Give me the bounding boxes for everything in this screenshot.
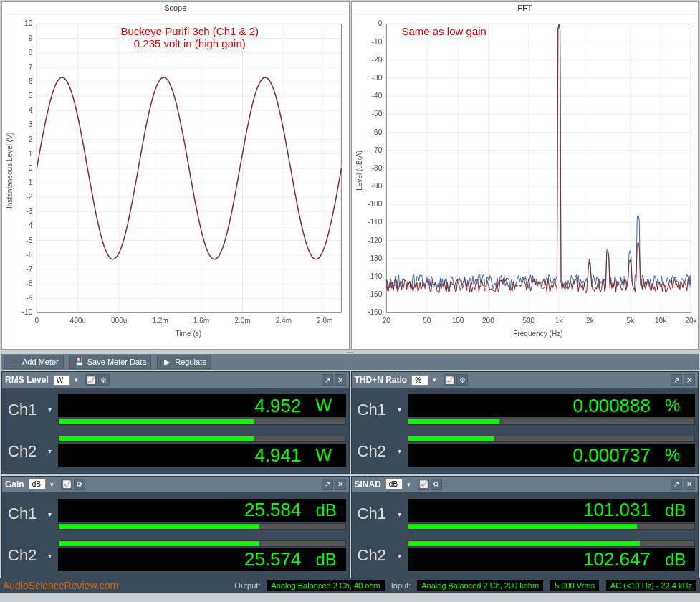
- chevron-down-icon[interactable]: ▾: [398, 406, 408, 414]
- svg-text:-120: -120: [368, 236, 383, 244]
- gain-meter: Gain dB▾ 📈⚙ ↗✕ Ch1▾ 25.584dB Ch2▾ 25.574…: [1, 476, 350, 579]
- input-status[interactable]: Analog Balanced 2 Ch, 200 kohm: [416, 580, 544, 591]
- svg-text:-10: -10: [22, 308, 33, 316]
- svg-text:200: 200: [481, 317, 494, 325]
- add-meter-button[interactable]: ➕Add Meter: [4, 355, 64, 369]
- vrms-status[interactable]: 5.000 Vrms: [550, 580, 600, 591]
- ac-status[interactable]: AC (<10 Hz) - 22.4 kHz: [605, 580, 697, 591]
- ch1-row: Ch1▾ 25.584dB: [5, 494, 346, 535]
- unit-selector[interactable]: %: [411, 375, 428, 386]
- chevron-down-icon[interactable]: ▾: [48, 552, 58, 560]
- regulate-button[interactable]: ▶Regulate: [157, 355, 211, 369]
- chevron-down-icon[interactable]: ▾: [398, 510, 408, 518]
- chart-icon[interactable]: 📈: [418, 479, 429, 490]
- svg-text:100: 100: [451, 317, 464, 325]
- svg-text:0: 0: [29, 164, 33, 172]
- svg-text:-20: -20: [371, 56, 382, 64]
- chevron-down-icon[interactable]: ▾: [50, 481, 54, 488]
- gear-icon[interactable]: ⚙: [98, 374, 110, 386]
- ch1-bar: [408, 419, 696, 425]
- chevron-down-icon[interactable]: ▾: [48, 447, 58, 455]
- chevron-down-icon[interactable]: ▾: [398, 552, 408, 560]
- chart-icon[interactable]: 📈: [444, 374, 455, 386]
- sinad-meter: SINAD dB▾ 📈⚙ ↗✕ Ch1▾ 101.031dB Ch2▾ 102.…: [351, 476, 699, 579]
- svg-text:3: 3: [29, 120, 33, 128]
- close-icon[interactable]: ✕: [684, 374, 695, 386]
- svg-text:Time (s): Time (s): [176, 330, 202, 338]
- gear-icon[interactable]: ⚙: [74, 479, 85, 490]
- chart-icon[interactable]: 📈: [85, 374, 97, 386]
- ch2-bar: [58, 540, 346, 547]
- rms-level-meter: RMS Level W▾ 📈⚙ ↗✕ Ch1▾ 4.952W Ch2▾ 4.94…: [1, 371, 350, 474]
- ch2-value: 25.574: [244, 548, 302, 570]
- svg-text:800u: 800u: [111, 317, 127, 325]
- ch1-bar: [408, 523, 696, 530]
- svg-text:2.0m: 2.0m: [234, 317, 250, 325]
- popout-icon[interactable]: ↗: [671, 479, 682, 490]
- save-icon: 💾: [75, 357, 85, 367]
- svg-text:2.8m: 2.8m: [317, 317, 332, 325]
- ch2-bar: [408, 436, 696, 442]
- close-icon[interactable]: ✕: [335, 479, 346, 490]
- fft-title: FFT: [352, 2, 699, 14]
- svg-text:1.2m: 1.2m: [152, 317, 168, 325]
- chevron-down-icon[interactable]: ▾: [398, 447, 408, 455]
- svg-text:1.6m: 1.6m: [193, 317, 209, 325]
- svg-text:-1: -1: [26, 178, 32, 186]
- svg-text:20: 20: [382, 317, 390, 325]
- site-label: AudioScienceReview.com: [3, 580, 118, 591]
- fft-plot[interactable]: 0-10-20-30-40-50-60-70-80-90-100-110-120…: [352, 14, 699, 347]
- svg-text:0: 0: [35, 317, 39, 325]
- svg-text:-70: -70: [371, 146, 382, 154]
- close-icon[interactable]: ✕: [335, 374, 346, 386]
- svg-text:-50: -50: [371, 110, 382, 118]
- popout-icon[interactable]: ↗: [322, 374, 333, 386]
- chevron-down-icon[interactable]: ▾: [433, 376, 436, 383]
- meter-name: SINAD: [355, 479, 381, 489]
- svg-text:-80: -80: [371, 164, 382, 172]
- chevron-down-icon[interactable]: ▾: [407, 481, 411, 488]
- svg-text:-60: -60: [371, 128, 382, 136]
- gear-icon[interactable]: ⚙: [456, 374, 468, 386]
- svg-text:Instantaneous Level (V): Instantaneous Level (V): [6, 133, 14, 209]
- popout-icon[interactable]: ↗: [671, 374, 682, 386]
- svg-text:2k: 2k: [586, 317, 595, 325]
- output-status[interactable]: Analog Balanced 2 Ch, 40 ohm: [266, 580, 385, 591]
- plus-icon: ➕: [9, 357, 19, 367]
- ch1-bar: [58, 523, 346, 530]
- svg-text:-150: -150: [368, 290, 383, 298]
- svg-text:-2: -2: [26, 193, 32, 201]
- svg-text:-5: -5: [26, 236, 32, 244]
- svg-text:-8: -8: [26, 280, 32, 287]
- gear-icon[interactable]: ⚙: [431, 479, 442, 490]
- meter-name: Gain: [5, 479, 24, 489]
- svg-text:-160: -160: [368, 308, 383, 316]
- chart-icon[interactable]: 📈: [61, 479, 72, 490]
- svg-text:-90: -90: [371, 182, 382, 190]
- scope-plot[interactable]: 109876543210-1-2-3-4-5-6-7-8-9-10 0400u8…: [2, 14, 349, 347]
- popout-icon[interactable]: ↗: [322, 479, 333, 490]
- ch2-row: Ch2▾ 0.000737%: [355, 431, 696, 472]
- status-bar: AudioScienceReview.com Output: Analog Ba…: [0, 578, 700, 593]
- chevron-down-icon[interactable]: ▾: [75, 376, 78, 383]
- ch1-row: Ch1▾ 4.952W: [5, 389, 346, 431]
- svg-text:10k: 10k: [655, 317, 667, 325]
- svg-text:1k: 1k: [555, 317, 563, 325]
- svg-text:6: 6: [29, 77, 33, 85]
- chevron-down-icon[interactable]: ▾: [48, 406, 58, 414]
- unit-selector[interactable]: W: [53, 375, 70, 386]
- unit-selector[interactable]: dB: [29, 479, 46, 489]
- svg-text:-10: -10: [371, 38, 382, 46]
- ch1-row: Ch1▾ 0.000888%: [355, 389, 696, 431]
- svg-text:-130: -130: [368, 254, 383, 262]
- close-icon[interactable]: ✕: [684, 479, 695, 490]
- ch1-value: 4.952: [254, 395, 301, 417]
- meter-name: RMS Level: [5, 375, 49, 385]
- chevron-down-icon[interactable]: ▾: [48, 510, 58, 518]
- svg-text:500: 500: [522, 317, 534, 325]
- svg-text:-30: -30: [371, 74, 382, 82]
- svg-text:Level (dBrA): Level (dBrA): [355, 150, 363, 191]
- unit-selector[interactable]: dB: [385, 479, 403, 489]
- save-meter-button[interactable]: 💾Save Meter Data: [69, 355, 152, 369]
- svg-text:9: 9: [29, 34, 33, 42]
